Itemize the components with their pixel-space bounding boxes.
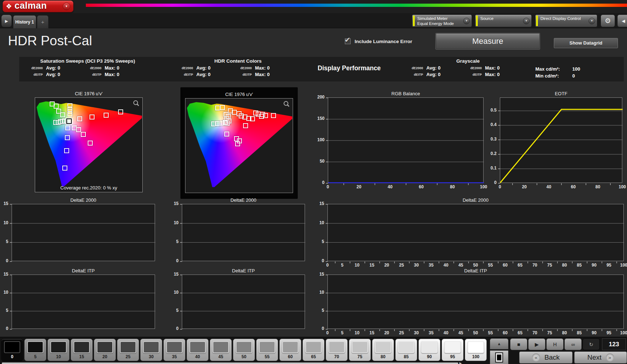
cie-chart-hdr-colors: CIE 1976 u'v'	[185, 92, 293, 98]
grayscale-step-100[interactable]: 100	[465, 339, 487, 361]
main-menu-caret-icon[interactable]: ▼	[63, 3, 70, 10]
magnifier-icon[interactable]	[283, 101, 290, 109]
measurement-marker	[77, 116, 82, 121]
include-luminance-checkbox[interactable]: ✔	[345, 38, 351, 44]
y-tick-label: 15	[1, 201, 8, 206]
stop-button[interactable]: ■	[510, 338, 527, 350]
add-tab-button[interactable]: +	[37, 15, 49, 28]
play-button[interactable]: ▶	[528, 338, 546, 350]
grayscale-step-label: 30	[141, 354, 162, 359]
metric-value: Max: 0	[485, 66, 528, 71]
measurement-marker	[250, 116, 255, 121]
grayscale-step-25[interactable]: 25	[117, 339, 139, 361]
metric-label: dE2000	[177, 66, 196, 71]
source-dropdown[interactable]: Source ▼	[475, 14, 532, 27]
x-tick-label: 20	[517, 184, 532, 189]
tab-history-1[interactable]: History 1	[13, 15, 36, 28]
next-button-label: Next	[587, 353, 601, 361]
collapse-panel-icon[interactable]: ◀	[617, 14, 627, 27]
grayscale-step-40[interactable]: 40	[187, 339, 209, 361]
max-luminance-label: Max cd/m²:	[535, 66, 572, 72]
grayscale-step-55[interactable]: 55	[256, 339, 278, 361]
x-tick-label: 15	[365, 330, 379, 335]
x-tick-label: 0	[321, 184, 335, 189]
next-button[interactable]: Next »	[574, 351, 627, 364]
pattern-level-readout[interactable]: 123	[602, 338, 626, 350]
pattern-size-button[interactable]: H	[546, 338, 564, 350]
grayscale-step-5[interactable]: 5	[24, 339, 46, 361]
calman-logo-icon: ❖	[6, 3, 12, 10]
y-tick-label: 5	[316, 239, 324, 244]
grayscale-step-65[interactable]: 65	[302, 339, 325, 361]
show-datagrid-button[interactable]: Show Datagrid	[554, 38, 618, 48]
grayscale-step-90[interactable]: 90	[418, 339, 440, 361]
metric-value: Avg: 0	[426, 66, 466, 71]
calman-menu-button[interactable]: ❖ calman ▼	[3, 0, 74, 12]
grayscale-step-label: 70	[326, 354, 347, 359]
refresh-button[interactable]: ↻	[582, 338, 600, 350]
grayscale-step-45[interactable]: 45	[210, 339, 232, 361]
gear-icon[interactable]: ⚙	[601, 14, 615, 27]
x-tick-label: 0	[320, 330, 335, 335]
deltaeitp-chart-hdr-colors: DeltaE ITP051015	[172, 268, 306, 330]
grayscale-step-75[interactable]: 75	[349, 339, 371, 361]
y-tick-label: 10	[316, 290, 324, 295]
cie-diagram[interactable]: Coverage rec.2020: 0 % xy	[35, 97, 143, 192]
metric-label: dEITP	[86, 72, 105, 78]
source-dropdown-line1: Source	[480, 16, 523, 21]
coverage-readout: Coverage rec.2020: 0 % xy	[35, 185, 142, 191]
grayscale-step-35[interactable]: 35	[163, 339, 185, 361]
hdr-content-colors-section: HDR Content Colors dE2000Avg: 0dE2000Max…	[177, 58, 298, 78]
grayscale-step-15[interactable]: 15	[71, 339, 93, 361]
measure-button[interactable]: Measure	[436, 33, 540, 49]
brand-name: calman	[14, 0, 47, 11]
pattern-preview-button[interactable]	[490, 350, 509, 364]
back-button[interactable]: « Back	[519, 351, 573, 364]
de2000-wide-title: DeltaE 2000	[327, 197, 624, 204]
deltae2000-chart-hdr-colors: DeltaE 2000051015	[172, 197, 306, 263]
grayscale-step-95[interactable]: 95	[442, 339, 464, 361]
grayscale-step-85[interactable]: 85	[395, 339, 417, 361]
display-control-dropdown[interactable]: Direct Display Control ▼	[535, 14, 597, 27]
x-tick-label: 10	[350, 263, 364, 268]
grayscale-step-50[interactable]: 50	[233, 339, 255, 361]
plot-area	[182, 204, 305, 261]
grayscale-step-20[interactable]: 20	[94, 339, 116, 361]
x-tick-label: 100	[616, 330, 627, 335]
metric-label: dE2000	[86, 66, 105, 71]
x-tick-label: 40	[439, 263, 453, 268]
tab-nav-button[interactable]: ▶	[1, 14, 12, 28]
cie-diagram[interactable]	[185, 98, 293, 193]
deltae2000-chart-saturation: DeltaE 2000051015	[1, 197, 156, 263]
grayscale-step-60[interactable]: 60	[279, 339, 301, 361]
metric-label: dEITP	[27, 72, 46, 78]
measurement-marker	[235, 141, 240, 146]
grayscale-step-0[interactable]: 0	[1, 339, 23, 361]
loop-button[interactable]: ∞	[564, 338, 582, 350]
x-tick-label: 60	[498, 263, 513, 268]
x-tick-label: 30	[409, 330, 423, 335]
x-tick-label: 55	[483, 330, 498, 335]
x-tick-label: 70	[528, 330, 542, 335]
magnifier-icon[interactable]	[133, 100, 139, 108]
grayscale-swatch	[352, 341, 368, 353]
cie-left-title: CIE 1976 u'v'	[35, 91, 143, 97]
grayscale-swatch	[143, 341, 159, 353]
expand-pattern-panel-button[interactable]: ▲	[490, 338, 509, 350]
grayscale-step-30[interactable]: 30	[140, 339, 162, 361]
y-tick-label: 0	[1, 258, 8, 263]
metric-value: Avg: 0	[196, 66, 236, 71]
step-strip-scrollbar[interactable]	[2, 363, 458, 364]
measurement-marker	[76, 127, 81, 132]
meter-dropdown[interactable]: Simulated Meter Equal Energy Mode ▼	[412, 14, 472, 27]
scrollbar-right-arrow-icon[interactable]: ▶	[459, 361, 462, 364]
grayscale-step-80[interactable]: 80	[372, 339, 394, 361]
x-tick-label: 35	[424, 330, 438, 335]
x-tick-label: 20	[380, 330, 394, 335]
grayscale-step-10[interactable]: 10	[47, 339, 70, 361]
metric-value: Max: 0	[485, 72, 528, 78]
x-tick-label: 40	[542, 184, 556, 189]
deitp-mid-title: DeltaE ITP	[182, 268, 305, 275]
grayscale-step-70[interactable]: 70	[326, 339, 348, 361]
grayscale-step-label: 55	[256, 354, 278, 359]
